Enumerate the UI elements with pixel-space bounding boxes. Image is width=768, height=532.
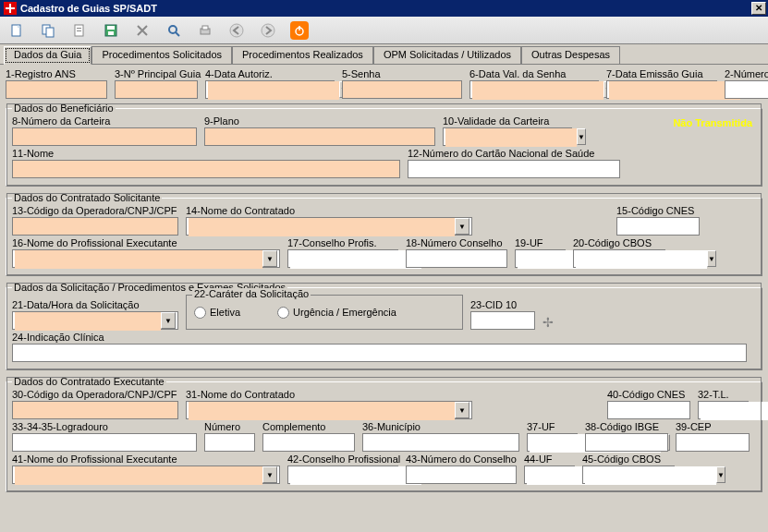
input-data-emissao[interactable] xyxy=(609,81,740,100)
input-num-conselho-exec[interactable] xyxy=(406,466,517,484)
dropdown-validade-carteira[interactable]: ▼ xyxy=(577,128,586,145)
input-cod-operadora-solic[interactable] xyxy=(12,217,178,236)
app-icon xyxy=(4,2,17,15)
label-22: 22-Caráter da Solicitação xyxy=(192,288,311,299)
label-21: 21-Data/Hora da Solicitação xyxy=(12,299,178,310)
label-42: 42-Conselho Profissional xyxy=(287,453,398,465)
label-13: 13-Código da Operadora/CNPJ/CPF xyxy=(12,205,178,216)
svg-point-17 xyxy=(262,24,274,37)
svg-rect-10 xyxy=(107,26,115,30)
dropdown-nome-contratado-exec[interactable]: ▼ xyxy=(455,402,469,418)
label-11: 11-Nome xyxy=(12,148,400,159)
tab-strip: Dados da Guia Procedimentos Solicitados … xyxy=(0,44,768,65)
input-cbos-solic[interactable] xyxy=(576,250,707,269)
tab-opm[interactable]: OPM Solicitadas / Utilizados xyxy=(373,46,521,64)
dropdown-cbos-solic[interactable]: ▼ xyxy=(707,250,716,267)
svg-rect-15 xyxy=(202,26,208,30)
input-principal-guia[interactable] xyxy=(115,80,198,99)
tab-dados-guia[interactable]: Dados da Guia xyxy=(4,46,91,65)
input-cnes-exec[interactable] xyxy=(607,401,690,419)
label-comp: Complemento xyxy=(262,421,355,432)
input-complemento[interactable] xyxy=(262,433,355,452)
paste-icon[interactable] xyxy=(70,21,89,40)
label-39: 39-CEP xyxy=(676,421,750,432)
label-38: 38-Código IBGE xyxy=(585,421,668,432)
label-40: 40-Código CNES xyxy=(607,389,690,400)
input-numero-carteira[interactable] xyxy=(12,127,197,146)
input-conselho-exec[interactable] xyxy=(290,466,421,485)
input-profissional-solic[interactable] xyxy=(15,250,262,269)
label-17: 17-Conselho Profis. xyxy=(287,237,398,248)
label-18: 18-Número Conselho xyxy=(406,237,507,248)
label-41: 41-Nome do Profissional Executante xyxy=(12,453,280,465)
input-nome[interactable] xyxy=(12,160,400,178)
dropdown-cbos-exec[interactable]: ▼ xyxy=(716,466,725,483)
group-beneficiario: Dados do Beneficiário Não Transmitida 8-… xyxy=(6,103,762,187)
input-conselho-solic[interactable] xyxy=(290,250,421,269)
print-icon[interactable] xyxy=(196,21,214,40)
label-43: 43-Número do Conselho xyxy=(406,453,517,465)
tab-outras-despesas[interactable]: Outras Despesas xyxy=(521,46,620,64)
input-data-autoriz[interactable] xyxy=(208,81,339,100)
input-cbos-exec[interactable] xyxy=(585,466,716,485)
input-ibge[interactable] xyxy=(585,433,668,452)
new-icon[interactable] xyxy=(7,21,26,40)
label-6: 6-Data Val. da Senha xyxy=(469,68,599,79)
svg-rect-5 xyxy=(46,28,54,37)
svg-point-16 xyxy=(230,24,243,37)
input-municipio[interactable] xyxy=(362,433,519,452)
input-cartao-sus[interactable] xyxy=(408,160,620,178)
label-33: 33-34-35-Logradouro xyxy=(12,421,197,432)
input-validade-carteira[interactable] xyxy=(445,128,577,147)
group-executante: Dados do Contratado Executante 30-Código… xyxy=(6,376,762,492)
label-36: 36-Município xyxy=(362,421,519,432)
power-icon[interactable] xyxy=(290,21,309,40)
forward-icon[interactable] xyxy=(259,21,277,40)
dropdown-nome-contratado-solic[interactable]: ▼ xyxy=(455,218,469,235)
input-nome-contratado-exec[interactable] xyxy=(189,402,455,420)
input-cid10[interactable] xyxy=(470,311,535,330)
add-cid-icon[interactable]: ✢ xyxy=(542,315,561,330)
input-cod-operadora-exec[interactable] xyxy=(12,401,178,419)
label-9: 9-Plano xyxy=(204,115,435,127)
label-31: 31-Nome do Contratado xyxy=(186,389,472,400)
search-icon[interactable] xyxy=(165,21,183,40)
save-icon[interactable] xyxy=(102,21,120,40)
close-button[interactable]: ✕ xyxy=(751,2,766,15)
radio-eletiva[interactable]: Eletiva xyxy=(194,307,240,319)
label-2: 2-Número xyxy=(725,68,768,79)
input-data-solicitacao[interactable] xyxy=(15,312,161,331)
svg-line-13 xyxy=(176,32,179,36)
copy-icon[interactable] xyxy=(39,21,57,40)
input-registro-ans[interactable] xyxy=(6,80,107,99)
input-num-conselho-solic[interactable] xyxy=(406,249,507,268)
input-plano[interactable] xyxy=(204,127,435,146)
input-tl[interactable] xyxy=(701,402,768,420)
input-numero[interactable] xyxy=(725,80,768,99)
delete-icon[interactable] xyxy=(133,21,152,40)
radio-urgencia[interactable]: Urgência / Emergência xyxy=(277,307,396,319)
dropdown-data-solicitacao[interactable]: ▼ xyxy=(161,312,176,329)
input-data-val-senha[interactable] xyxy=(472,81,603,100)
tab-proc-solicitados[interactable]: Procedimentos Solicitados xyxy=(91,46,232,64)
input-num-end[interactable] xyxy=(204,433,255,452)
dropdown-profissional-exec[interactable]: ▼ xyxy=(262,466,277,483)
input-nome-contratado-solic[interactable] xyxy=(189,218,455,236)
group-carater: 22-Caráter da Solicitação Eletiva Urgênc… xyxy=(186,295,463,330)
input-indicacao-clinica[interactable] xyxy=(12,344,747,362)
label-1: 1-Registro ANS xyxy=(6,68,107,79)
label-4: 4-Data Autoriz. xyxy=(205,68,335,79)
label-15: 15-Código CNES xyxy=(616,205,700,216)
input-cnes-solic[interactable] xyxy=(616,217,700,236)
dropdown-profissional-solic[interactable]: ▼ xyxy=(262,250,277,267)
label-32: 32-T.L. xyxy=(698,389,749,400)
svg-rect-7 xyxy=(77,28,81,29)
input-profissional-exec[interactable] xyxy=(15,466,262,485)
back-icon[interactable] xyxy=(227,21,246,40)
input-senha[interactable] xyxy=(342,80,462,99)
input-logradouro[interactable] xyxy=(12,433,197,452)
label-14: 14-Nome do Contratado xyxy=(186,205,472,216)
tab-proc-realizados[interactable]: Procedimentos Realizados xyxy=(232,46,373,64)
input-cep[interactable] xyxy=(676,433,750,452)
label-7: 7-Data Emissão Guia xyxy=(606,68,717,79)
